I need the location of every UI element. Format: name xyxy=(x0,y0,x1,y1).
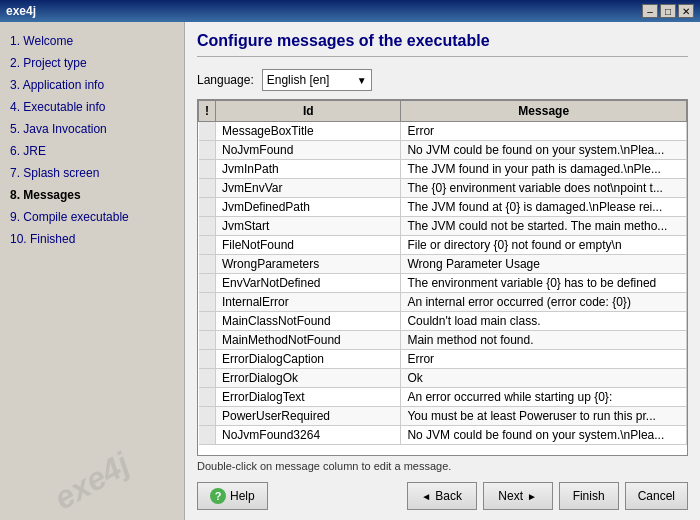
table-row[interactable]: ErrorDialogOkOk xyxy=(199,369,687,388)
sidebar-item-finished[interactable]: 10. Finished xyxy=(6,228,178,250)
table-cell-message: No JVM could be found on your system.\nP… xyxy=(401,141,687,160)
table-row[interactable]: WrongParametersWrong Parameter Usage xyxy=(199,255,687,274)
table-row[interactable]: EnvVarNotDefinedThe environment variable… xyxy=(199,274,687,293)
table-cell-flag xyxy=(199,331,216,350)
table-row[interactable]: NoJvmFound3264No JVM could be found on y… xyxy=(199,426,687,445)
table-cell-flag xyxy=(199,179,216,198)
sidebar-item-jre[interactable]: 6. JRE xyxy=(6,140,178,162)
sidebar: 1. Welcome2. Project type3. Application … xyxy=(0,22,185,520)
table-cell-message: Couldn't load main class. xyxy=(401,312,687,331)
table-cell-id: JvmStart xyxy=(216,217,401,236)
table-cell-message: An internal error occurred (error code: … xyxy=(401,293,687,312)
table-cell-message: The {0} environment variable does not\np… xyxy=(401,179,687,198)
table-cell-id: JvmInPath xyxy=(216,160,401,179)
table-row[interactable]: PowerUserRequiredYou must be at least Po… xyxy=(199,407,687,426)
table-cell-flag xyxy=(199,350,216,369)
language-select[interactable]: English [en] ▼ xyxy=(262,69,372,91)
language-value: English [en] xyxy=(267,73,330,87)
sidebar-item-compile[interactable]: 9. Compile executable xyxy=(6,206,178,228)
table-row[interactable]: ErrorDialogTextAn error occurred while s… xyxy=(199,388,687,407)
cancel-button[interactable]: Cancel xyxy=(625,482,688,510)
table-cell-flag xyxy=(199,407,216,426)
table-row[interactable]: JvmDefinedPathThe JVM found at {0} is da… xyxy=(199,198,687,217)
table-cell-flag xyxy=(199,293,216,312)
cancel-label: Cancel xyxy=(638,489,675,503)
table-row[interactable]: FileNotFoundFile or directory {0} not fo… xyxy=(199,236,687,255)
next-button[interactable]: Next ► xyxy=(483,482,553,510)
table-cell-id: ErrorDialogCaption xyxy=(216,350,401,369)
table-cell-flag xyxy=(199,217,216,236)
table-row[interactable]: JvmStartThe JVM could not be started. Th… xyxy=(199,217,687,236)
table-cell-message: The JVM found at {0} is damaged.\nPlease… xyxy=(401,198,687,217)
table-cell-message: File or directory {0} not found or empty… xyxy=(401,236,687,255)
maximize-button[interactable]: □ xyxy=(660,4,676,18)
hint-text: Double-click on message column to edit a… xyxy=(197,460,688,472)
table-cell-message: Wrong Parameter Usage xyxy=(401,255,687,274)
table-row[interactable]: NoJvmFoundNo JVM could be found on your … xyxy=(199,141,687,160)
finish-label: Finish xyxy=(573,489,605,503)
language-row: Language: English [en] ▼ xyxy=(197,69,688,91)
table-cell-id: ErrorDialogText xyxy=(216,388,401,407)
table-cell-id: JvmDefinedPath xyxy=(216,198,401,217)
help-label: Help xyxy=(230,489,255,503)
table-cell-id: MainClassNotFound xyxy=(216,312,401,331)
table-cell-flag xyxy=(199,369,216,388)
close-button[interactable]: ✕ xyxy=(678,4,694,18)
table-row[interactable]: JvmInPathThe JVM found in your path is d… xyxy=(199,160,687,179)
table-cell-message: The environment variable {0} has to be d… xyxy=(401,274,687,293)
table-cell-flag xyxy=(199,141,216,160)
table-row[interactable]: JvmEnvVarThe {0} environment variable do… xyxy=(199,179,687,198)
table-cell-id: MessageBoxTitle xyxy=(216,122,401,141)
language-label: Language: xyxy=(197,73,254,87)
next-arrow-icon: ► xyxy=(527,491,537,502)
content-panel: Configure messages of the executable Lan… xyxy=(185,22,700,520)
table-cell-id: NoJvmFound xyxy=(216,141,401,160)
table-row[interactable]: ErrorDialogCaptionError xyxy=(199,350,687,369)
finish-button[interactable]: Finish xyxy=(559,482,619,510)
table-cell-message: No JVM could be found on your system.\nP… xyxy=(401,426,687,445)
sidebar-watermark: exe4j xyxy=(3,419,181,520)
dropdown-arrow-icon: ▼ xyxy=(357,75,367,86)
table-cell-flag xyxy=(199,426,216,445)
minimize-button[interactable]: – xyxy=(642,4,658,18)
sidebar-item-messages[interactable]: 8. Messages xyxy=(6,184,178,206)
table-header-message: Message xyxy=(401,101,687,122)
sidebar-item-splash-screen[interactable]: 7. Splash screen xyxy=(6,162,178,184)
back-arrow-icon: ◄ xyxy=(421,491,431,502)
sidebar-item-app-info[interactable]: 3. Application info xyxy=(6,74,178,96)
table-cell-id: WrongParameters xyxy=(216,255,401,274)
table-cell-flag xyxy=(199,388,216,407)
table-cell-id: NoJvmFound3264 xyxy=(216,426,401,445)
table-cell-message: Error xyxy=(401,350,687,369)
messages-table-container[interactable]: !IdMessage MessageBoxTitleErrorNoJvmFoun… xyxy=(197,99,688,456)
table-cell-flag xyxy=(199,312,216,331)
help-icon: ? xyxy=(210,488,226,504)
sidebar-item-java-invocation[interactable]: 5. Java Invocation xyxy=(6,118,178,140)
table-cell-message: An error occurred while starting up {0}: xyxy=(401,388,687,407)
help-button[interactable]: ? Help xyxy=(197,482,268,510)
table-row[interactable]: MessageBoxTitleError xyxy=(199,122,687,141)
table-row[interactable]: MainClassNotFoundCouldn't load main clas… xyxy=(199,312,687,331)
next-label: Next xyxy=(498,489,523,503)
table-row[interactable]: MainMethodNotFoundMain method not found. xyxy=(199,331,687,350)
table-cell-id: EnvVarNotDefined xyxy=(216,274,401,293)
table-cell-message: Ok xyxy=(401,369,687,388)
table-header-id: Id xyxy=(216,101,401,122)
table-cell-id: MainMethodNotFound xyxy=(216,331,401,350)
table-cell-flag xyxy=(199,160,216,179)
back-label: Back xyxy=(435,489,462,503)
back-button[interactable]: ◄ Back xyxy=(407,482,477,510)
table-cell-message: Main method not found. xyxy=(401,331,687,350)
window-title: exe4j xyxy=(6,4,36,18)
table-cell-flag xyxy=(199,255,216,274)
table-row[interactable]: InternalErrorAn internal error occurred … xyxy=(199,293,687,312)
title-bar: exe4j – □ ✕ xyxy=(0,0,700,22)
sidebar-item-exe-info[interactable]: 4. Executable info xyxy=(6,96,178,118)
table-cell-id: InternalError xyxy=(216,293,401,312)
table-cell-id: PowerUserRequired xyxy=(216,407,401,426)
table-cell-id: ErrorDialogOk xyxy=(216,369,401,388)
sidebar-item-project-type[interactable]: 2. Project type xyxy=(6,52,178,74)
bottom-bar: ? Help ◄ Back Next ► Finish Cancel xyxy=(197,478,688,510)
sidebar-item-welcome[interactable]: 1. Welcome xyxy=(6,30,178,52)
table-header-!: ! xyxy=(199,101,216,122)
